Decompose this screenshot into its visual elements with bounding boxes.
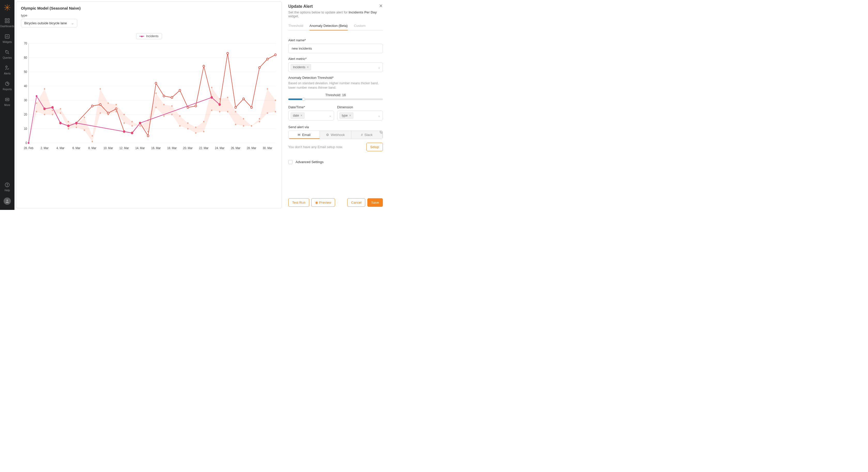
date-label: Date/Time*: [288, 105, 334, 109]
svg-point-11: [8, 99, 8, 100]
nav-label: Dashboards: [0, 25, 14, 28]
chart-card: Olympic Model (Seasonal Naive) type Bicy…: [16, 2, 282, 208]
nav-label: Reports: [3, 88, 11, 91]
chart-legend[interactable]: Incidents: [136, 33, 162, 39]
send-via-segmented: ✉ Email ⚙ Webhook # Slack ✓: [288, 130, 383, 139]
save-button[interactable]: Save: [367, 198, 383, 207]
close-icon[interactable]: ✕: [379, 4, 383, 8]
svg-rect-0: [5, 19, 7, 20]
user-avatar[interactable]: [4, 198, 11, 205]
send-via-slack[interactable]: # Slack: [351, 131, 382, 139]
send-via-label: Send alert via: [288, 125, 383, 129]
dimension-tag: type ×: [339, 113, 353, 119]
svg-point-147: [75, 122, 77, 124]
svg-rect-71: [211, 87, 212, 88]
svg-point-129: [187, 107, 189, 109]
alert-metric-select[interactable]: Incidents × ⌄: [288, 62, 383, 72]
svg-rect-3: [8, 21, 9, 23]
help-icon: [4, 182, 10, 188]
type-filter-dropdown[interactable]: Bicycles outside bicycle lane ⌄: [21, 19, 77, 27]
svg-point-125: [155, 82, 157, 84]
svg-point-127: [171, 96, 173, 98]
nav-dashboards[interactable]: Dashboards: [0, 18, 14, 28]
svg-text:28. Mar: 28. Mar: [247, 147, 256, 150]
nav-widgets[interactable]: Widgets: [3, 33, 12, 43]
email-icon: ✉: [298, 133, 301, 137]
test-run-button[interactable]: Test Run: [288, 198, 309, 207]
svg-rect-94: [139, 125, 141, 127]
advanced-settings-row[interactable]: Advanced Settings: [288, 160, 383, 164]
svg-text:6. Mar: 6. Mar: [72, 147, 80, 150]
no-email-message: You don't have any Email setup now.: [288, 145, 364, 149]
svg-point-138: [258, 67, 260, 69]
svg-text:20: 20: [24, 113, 27, 116]
panel-tabs: Threshold Anomaly Detection (Beta) Custo…: [288, 24, 383, 30]
panel-footer: Test Run ◉Preview Cancel Save: [288, 195, 383, 207]
tab-threshold[interactable]: Threshold: [288, 24, 303, 30]
svg-point-9: [6, 99, 7, 100]
remove-tag-icon[interactable]: ×: [301, 114, 302, 117]
setup-button[interactable]: Setup: [366, 143, 383, 151]
dimension-select[interactable]: type × ⌄: [337, 111, 383, 120]
svg-text:14. Mar: 14. Mar: [135, 147, 145, 150]
tab-custom[interactable]: Custom: [354, 24, 366, 30]
more-icon: [4, 96, 10, 102]
svg-text:12. Mar: 12. Mar: [119, 147, 129, 150]
remove-tag-icon[interactable]: ×: [349, 114, 351, 117]
chart-area: Incidents 01020304050607028. Feb2. Mar4.…: [21, 38, 277, 151]
svg-rect-108: [251, 125, 252, 127]
filter-label: type: [21, 13, 277, 17]
widgets-icon: [4, 33, 10, 39]
chart-svg: 01020304050607028. Feb2. Mar4. Mar6. Mar…: [21, 38, 277, 151]
svg-point-131: [203, 65, 205, 67]
svg-point-151: [211, 96, 212, 98]
svg-point-137: [251, 107, 252, 109]
update-alert-panel: Update Alert ✕ Set the options below to …: [283, 0, 388, 210]
svg-point-118: [99, 104, 101, 106]
nav-alerts[interactable]: Alerts: [4, 65, 10, 75]
cancel-button[interactable]: Cancel: [347, 198, 365, 207]
svg-text:10: 10: [24, 127, 27, 130]
send-via-email[interactable]: ✉ Email: [288, 131, 320, 139]
legend-label: Incidents: [146, 34, 158, 38]
svg-point-6: [6, 66, 7, 67]
nav-more[interactable]: More: [4, 96, 10, 107]
remove-tag-icon[interactable]: ×: [307, 65, 309, 69]
panel-subtitle: Set the options below to update alert fo…: [288, 10, 383, 18]
svg-point-130: [195, 105, 196, 107]
preview-button[interactable]: ◉Preview: [311, 198, 335, 207]
nav-reports[interactable]: Reports: [3, 81, 11, 91]
panel-form: Alert name* Alert metric* Incidents × ⌄ …: [288, 35, 383, 195]
date-select[interactable]: date × ⌄: [288, 111, 334, 120]
svg-text:20. Mar: 20. Mar: [183, 147, 193, 150]
svg-text:30: 30: [24, 99, 27, 102]
dimension-label: Dimension: [337, 105, 383, 109]
svg-point-141: [28, 142, 29, 144]
alert-name-input[interactable]: [288, 44, 383, 53]
threshold-hint: Based on standard deviation. Higher numb…: [288, 81, 383, 90]
svg-text:30. Mar: 30. Mar: [263, 147, 272, 150]
send-via-webhook[interactable]: ⚙ Webhook: [320, 131, 351, 139]
svg-text:22. Mar: 22. Mar: [199, 147, 209, 150]
nav-queries[interactable]: Queries: [3, 49, 11, 59]
metric-tag: Incidents ×: [291, 64, 311, 70]
threshold-value: Threshold: 16: [288, 93, 383, 97]
chevron-down-icon: ⌄: [71, 21, 74, 25]
svg-point-146: [68, 125, 69, 127]
svg-point-135: [235, 107, 237, 109]
svg-rect-64: [155, 92, 157, 94]
panel-title: Update Alert: [288, 4, 379, 9]
threshold-slider[interactable]: [288, 98, 383, 100]
svg-text:8. Mar: 8. Mar: [88, 147, 96, 150]
nav-help[interactable]: Help: [4, 182, 10, 192]
slider-thumb[interactable]: [302, 98, 305, 101]
alert-name-label: Alert name*: [288, 38, 383, 42]
type-filter-value: Bicycles outside bicycle lane: [24, 21, 67, 25]
svg-text:24. Mar: 24. Mar: [215, 147, 224, 150]
advanced-checkbox[interactable]: [288, 160, 292, 164]
slack-icon: #: [361, 133, 363, 137]
tab-anomaly-detection[interactable]: Anomaly Detection (Beta): [309, 24, 348, 30]
svg-point-144: [52, 107, 53, 108]
svg-text:4. Mar: 4. Mar: [57, 147, 65, 150]
svg-text:40: 40: [24, 85, 27, 88]
